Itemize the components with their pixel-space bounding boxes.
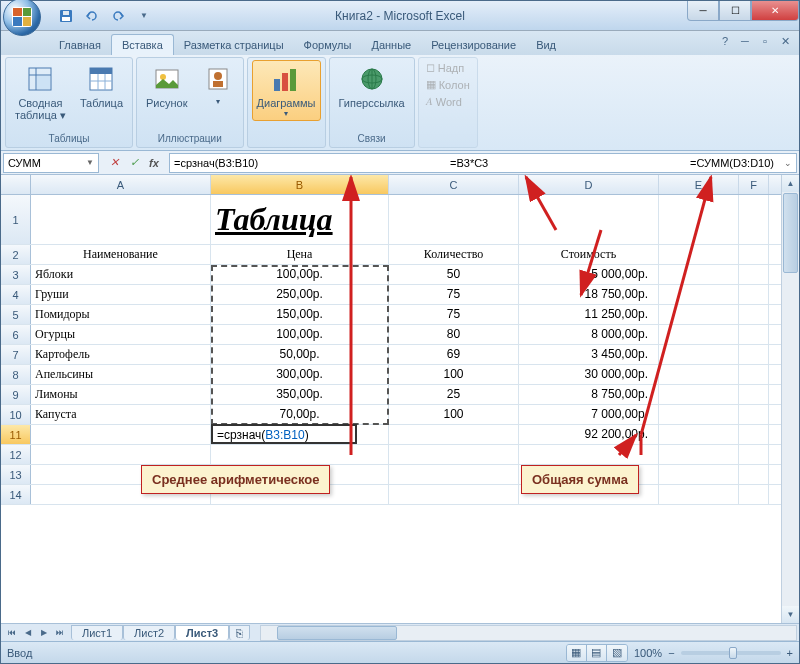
titlebar: ▼ Книга2 - Microsoft Excel ─ ☐ ✕ bbox=[1, 1, 799, 31]
ribbon-tabs: Главная Вставка Разметка страницы Формул… bbox=[1, 31, 799, 55]
clipart-icon bbox=[202, 63, 234, 95]
scroll-down-icon[interactable]: ▼ bbox=[782, 606, 799, 623]
scroll-thumb[interactable] bbox=[783, 193, 798, 273]
column-headers: A B C D E F bbox=[1, 175, 781, 195]
select-all-corner[interactable] bbox=[1, 175, 31, 194]
svg-rect-1 bbox=[62, 17, 70, 21]
page-break-view-icon[interactable]: ▧ bbox=[607, 645, 627, 661]
new-sheet-icon[interactable]: ⎘ bbox=[229, 625, 250, 640]
redo-icon[interactable] bbox=[107, 5, 129, 27]
view-buttons: ▦ ▤ ▧ bbox=[566, 644, 628, 662]
next-sheet-icon[interactable]: ▶ bbox=[37, 626, 51, 640]
table-icon bbox=[85, 63, 117, 95]
group-text: ◻Надп ▦Колон 𝐴Word bbox=[418, 57, 478, 148]
expand-formula-icon[interactable]: ⌄ bbox=[784, 158, 792, 168]
svg-rect-2 bbox=[63, 11, 69, 15]
group-illustrations: Рисунок ▾ Иллюстрации bbox=[136, 57, 244, 148]
picture-icon bbox=[151, 63, 183, 95]
picture-button[interactable]: Рисунок bbox=[141, 60, 193, 112]
sheet-tab-1[interactable]: Лист1 bbox=[71, 625, 123, 640]
header-footer-item[interactable]: ▦Колон bbox=[423, 77, 473, 92]
name-box[interactable]: СУММ▼ bbox=[3, 153, 99, 173]
svg-rect-8 bbox=[90, 68, 112, 74]
callout-average: Среднее арифметическое bbox=[141, 465, 330, 494]
header-icon: ▦ bbox=[426, 78, 436, 91]
scroll-up-icon[interactable]: ▲ bbox=[782, 175, 799, 192]
formula-input[interactable]: =срзнач(B3:B10) =B3*C3 =СУММ(D3:D10) ⌄ bbox=[169, 153, 797, 173]
minimize-button[interactable]: ─ bbox=[687, 1, 719, 21]
pivot-table-icon bbox=[24, 63, 56, 95]
svg-rect-17 bbox=[274, 79, 280, 91]
col-header-e[interactable]: E bbox=[659, 175, 739, 194]
accept-formula-icon[interactable]: ✓ bbox=[125, 154, 143, 172]
tab-data[interactable]: Данные bbox=[361, 35, 421, 55]
fx-icon[interactable]: fx bbox=[145, 154, 163, 172]
table-button[interactable]: Таблица bbox=[75, 60, 128, 112]
doc-fullscreen-icon[interactable]: ▫ bbox=[757, 33, 773, 49]
doc-close-icon[interactable]: ✕ bbox=[777, 33, 793, 49]
table-title[interactable]: Таблица bbox=[211, 195, 389, 244]
zoom-out-icon[interactable]: − bbox=[668, 647, 674, 659]
row-header-1[interactable]: 1 bbox=[1, 195, 31, 244]
tab-insert[interactable]: Вставка bbox=[111, 34, 174, 55]
sheet-tab-3[interactable]: Лист3 bbox=[175, 625, 229, 640]
qat-dropdown-icon[interactable]: ▼ bbox=[133, 5, 155, 27]
undo-icon[interactable] bbox=[81, 5, 103, 27]
minimize-ribbon-icon[interactable]: ─ bbox=[737, 33, 753, 49]
charts-button[interactable]: Диаграммы ▾ bbox=[252, 60, 321, 121]
maximize-button[interactable]: ☐ bbox=[719, 1, 751, 21]
prev-sheet-icon[interactable]: ◀ bbox=[21, 626, 35, 640]
textbox-item[interactable]: ◻Надп bbox=[423, 60, 473, 75]
excel-window: ▼ Книга2 - Microsoft Excel ─ ☐ ✕ Главная… bbox=[0, 0, 800, 664]
sheet-tab-2[interactable]: Лист2 bbox=[123, 625, 175, 640]
svg-rect-19 bbox=[290, 69, 296, 91]
col-header-d[interactable]: D bbox=[519, 175, 659, 194]
cancel-formula-icon[interactable]: ✕ bbox=[105, 154, 123, 172]
col-header-f[interactable]: F bbox=[739, 175, 769, 194]
col-header-b[interactable]: B bbox=[211, 175, 389, 194]
svg-rect-6 bbox=[37, 76, 50, 89]
col-header-c[interactable]: C bbox=[389, 175, 519, 194]
hyperlink-button[interactable]: Гиперссылка bbox=[334, 60, 410, 112]
help-icon[interactable]: ? bbox=[717, 33, 733, 49]
office-button[interactable] bbox=[3, 0, 41, 36]
zoom-level[interactable]: 100% bbox=[634, 647, 662, 659]
callout-sum: Общаяя сумма bbox=[521, 465, 639, 494]
formula-bar: СУММ▼ ✕ ✓ fx =срзнач(B3:B10) =B3*C3 =СУМ… bbox=[1, 151, 799, 175]
sheet-nav: ⏮ ◀ ▶ ⏭ bbox=[1, 626, 71, 640]
col-header-a[interactable]: A bbox=[31, 175, 211, 194]
textbox-icon: ◻ bbox=[426, 61, 435, 74]
page-layout-view-icon[interactable]: ▤ bbox=[587, 645, 607, 661]
status-mode: Ввод bbox=[7, 647, 32, 659]
pivot-table-button[interactable]: Сводная таблица ▾ bbox=[10, 60, 71, 125]
save-icon[interactable] bbox=[55, 5, 77, 27]
close-button[interactable]: ✕ bbox=[751, 1, 799, 21]
tab-formulas[interactable]: Формулы bbox=[294, 35, 362, 55]
tab-home[interactable]: Главная bbox=[49, 35, 111, 55]
first-sheet-icon[interactable]: ⏮ bbox=[5, 626, 19, 640]
tab-review[interactable]: Рецензирование bbox=[421, 35, 526, 55]
row-header-2[interactable]: 2 bbox=[1, 245, 31, 264]
clipart-button[interactable]: ▾ bbox=[197, 60, 239, 109]
vertical-scrollbar[interactable]: ▲ ▼ bbox=[781, 175, 799, 623]
wordart-item[interactable]: 𝐴Word bbox=[423, 94, 473, 109]
normal-view-icon[interactable]: ▦ bbox=[567, 645, 587, 661]
grid-rows: 1 Таблица 2 Наименование Цена Количество… bbox=[1, 195, 781, 623]
window-controls: ─ ☐ ✕ bbox=[687, 1, 799, 21]
zoom-in-icon[interactable]: + bbox=[787, 647, 793, 659]
worksheet-area: A B C D E F 1 Таблица 2 Наименование Цен… bbox=[1, 175, 799, 641]
sheet-tabs-row: ⏮ ◀ ▶ ⏭ Лист1 Лист2 Лист3 ⎘ bbox=[1, 623, 799, 641]
tab-page-layout[interactable]: Разметка страницы bbox=[174, 35, 294, 55]
zoom-slider[interactable] bbox=[681, 651, 781, 655]
hyperlink-icon bbox=[356, 63, 388, 95]
last-sheet-icon[interactable]: ⏭ bbox=[53, 626, 67, 640]
group-charts: Диаграммы ▾ bbox=[247, 57, 326, 148]
ribbon: Сводная таблица ▾ Таблица Таблицы Рисуно… bbox=[1, 55, 799, 151]
group-tables: Сводная таблица ▾ Таблица Таблицы bbox=[5, 57, 133, 148]
svg-rect-16 bbox=[213, 81, 223, 87]
horizontal-scrollbar[interactable] bbox=[260, 625, 797, 641]
chart-icon bbox=[270, 63, 302, 95]
tab-view[interactable]: Вид bbox=[526, 35, 566, 55]
window-title: Книга2 - Microsoft Excel bbox=[335, 9, 465, 23]
chevron-down-icon[interactable]: ▼ bbox=[86, 158, 94, 167]
